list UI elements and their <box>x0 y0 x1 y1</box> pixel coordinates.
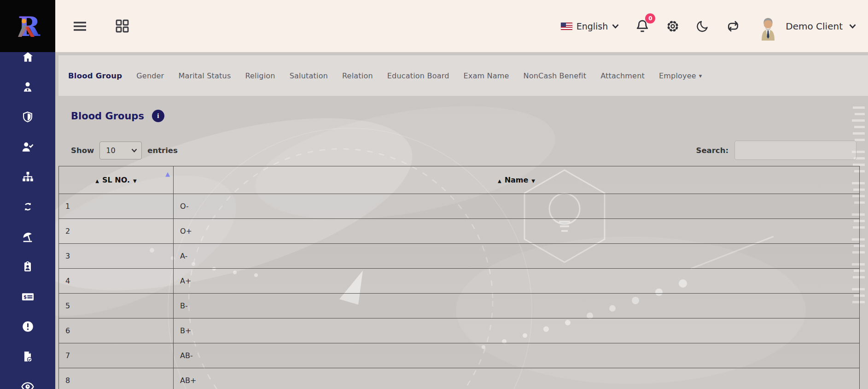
chevron-down-icon <box>131 148 137 153</box>
sidebar-item-approvals[interactable] <box>0 132 55 162</box>
sidebar-item-organization[interactable] <box>0 162 55 192</box>
search-input[interactable] <box>734 141 856 160</box>
tab-gender[interactable]: Gender <box>136 71 164 80</box>
cell-name: A+ <box>174 269 860 294</box>
sidebar-item-monitoring[interactable] <box>0 371 55 389</box>
language-label: English <box>577 21 608 31</box>
info-circle-icon[interactable]: i <box>152 110 164 122</box>
cell-sl-no: 7 <box>59 343 174 368</box>
sort-down-icon: ▼ <box>133 178 137 183</box>
apps-grid-button[interactable] <box>116 19 129 33</box>
cell-sl-no: 8 <box>59 368 174 389</box>
beach-umbrella-icon <box>21 230 34 243</box>
tab-salutation[interactable]: Salutation <box>290 71 328 80</box>
blood-groups-table: ▲SL NO.▼ ▲ ▲Name▼ 1O-2O+3A-4A+5B-6B+7AB-… <box>58 166 860 389</box>
sidebar-item-reports[interactable] <box>0 342 55 371</box>
tab-label: Attachment <box>600 71 645 80</box>
sidebar-item-alerts[interactable] <box>0 312 55 342</box>
sitemap-icon <box>22 171 34 183</box>
header-actions: English 0 Demo Client <box>561 12 868 41</box>
table-row: 2O+ <box>59 219 860 244</box>
sidebar-item-employees[interactable] <box>0 72 55 102</box>
cell-name: B- <box>174 294 860 318</box>
page-title: Blood Groups <box>71 111 144 122</box>
sidebar-item-workflow[interactable] <box>0 192 55 222</box>
grid-apps-icon <box>116 19 129 33</box>
language-selector[interactable]: English <box>561 21 619 31</box>
gear-icon <box>666 19 680 33</box>
cell-sl-no: 6 <box>59 318 174 343</box>
tab-marital-status[interactable]: Marital Status <box>178 71 231 80</box>
tab-blood-group[interactable]: Blood Group <box>68 71 122 80</box>
tab-attachment[interactable]: Attachment <box>600 71 645 80</box>
id-badge-icon <box>22 261 34 273</box>
table-row: 1O- <box>59 194 860 219</box>
notifications-button[interactable]: 0 <box>635 19 649 34</box>
exclamation-circle-icon <box>22 320 34 333</box>
money-check-icon: $ <box>21 291 35 302</box>
tab-education-board[interactable]: Education Board <box>387 71 449 80</box>
title-row: Blood Groups i <box>71 110 868 122</box>
colorful-r-logo-icon: R <box>10 8 46 44</box>
cell-name: A- <box>174 244 860 269</box>
tab-label: Employee <box>659 71 696 80</box>
cell-sl-no: 3 <box>59 244 174 269</box>
search-control: Search: <box>696 141 856 160</box>
page-size-value: 10 <box>106 146 115 155</box>
sort-up-icon: ▲ <box>95 178 99 183</box>
swap-arrows-icon <box>726 19 740 33</box>
user-name: Demo Client <box>786 21 843 32</box>
tab-noncash-benefit[interactable]: NonCash Benefit <box>524 71 587 80</box>
moon-icon <box>696 20 709 33</box>
sort-up-icon: ▲ <box>498 178 501 183</box>
sort-down-icon: ▼ <box>531 178 535 183</box>
tab-label: Relation <box>342 71 373 80</box>
page-size-select[interactable]: 10 <box>99 141 142 159</box>
tab-label: Education Board <box>387 71 449 80</box>
table-row: 5B- <box>59 294 860 318</box>
show-label: Show <box>71 146 94 155</box>
avatar <box>757 12 779 41</box>
tab-label: Blood Group <box>68 71 122 80</box>
cell-sl-no: 4 <box>59 269 174 294</box>
table-body: 1O-2O+3A-4A+5B-6B+7AB-8AB+ <box>59 194 860 389</box>
tab-label: Religion <box>245 71 275 80</box>
svg-text:$: $ <box>23 294 26 300</box>
column-header-name[interactable]: ▲Name▼ <box>174 166 860 194</box>
cell-sl-no: 2 <box>59 219 174 244</box>
tab-bar: Blood GroupGenderMarital StatusReligionS… <box>58 55 868 96</box>
table-header-row: ▲SL NO.▼ ▲ ▲Name▼ <box>59 166 860 194</box>
chevron-down-icon <box>612 24 619 29</box>
entries-label: entries <box>147 146 178 155</box>
top-header: English 0 Demo Client <box>55 0 868 52</box>
active-sort-ascending-icon: ▲ <box>165 171 170 177</box>
sidebar-nav: $ <box>0 42 55 389</box>
sidebar-item-home[interactable] <box>0 42 55 72</box>
sidebar-item-leave[interactable] <box>0 222 55 252</box>
us-flag-icon <box>561 23 572 30</box>
cell-name: O+ <box>174 219 860 244</box>
tab-exam-name[interactable]: Exam Name <box>464 71 509 80</box>
file-check-icon <box>22 350 34 363</box>
hamburger-icon <box>73 21 87 31</box>
tab-label: Exam Name <box>464 71 509 80</box>
svg-text:R: R <box>18 11 41 42</box>
chevron-down-icon <box>849 24 856 29</box>
cell-name: AB+ <box>174 368 860 389</box>
hamburger-menu-button[interactable] <box>73 21 87 31</box>
settings-button[interactable] <box>666 19 680 33</box>
table-row: 8AB+ <box>59 368 860 389</box>
theme-toggle-button[interactable] <box>696 20 709 33</box>
table-row: 6B+ <box>59 318 860 343</box>
column-header-sl-no[interactable]: ▲SL NO.▼ ▲ <box>59 166 174 194</box>
sidebar-item-id-badge[interactable] <box>0 252 55 282</box>
tab-employee[interactable]: Employee▾ <box>659 71 702 80</box>
sidebar-item-security[interactable] <box>0 102 55 132</box>
user-menu[interactable]: Demo Client <box>757 12 856 41</box>
tab-religion[interactable]: Religion <box>245 71 275 80</box>
tab-relation[interactable]: Relation <box>342 71 373 80</box>
eye-icon <box>21 381 34 389</box>
switch-account-button[interactable] <box>726 19 740 33</box>
sidebar-item-payroll[interactable]: $ <box>0 282 55 312</box>
home-icon <box>22 51 34 63</box>
